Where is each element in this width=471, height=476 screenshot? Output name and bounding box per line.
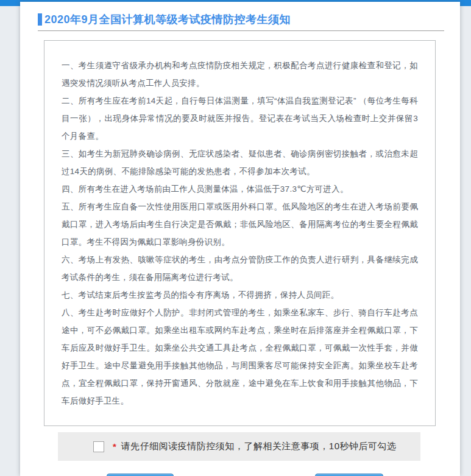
consent-label: 请先仔细阅读疫情防控须知，了解相关注意事项，10秒钟后可勾选 — [121, 441, 397, 452]
consent-checkbox[interactable] — [93, 441, 104, 452]
notice-paragraph: 一、考生须遵守省级承办机构和考点疫情防疫相关规定，积极配合考点进行健康检查和登记… — [62, 57, 418, 92]
notice-paragraph: 六、考场上有发热、咳嗽等症状的考生，由考点分管防疫工作的负责人进行研判，具备继续… — [62, 251, 418, 286]
notice-box: 一、考生须遵守省级承办机构和考点疫情防疫相关规定，积极配合考点进行健康检查和登记… — [44, 40, 436, 426]
notice-paragraph: 三、如考生为新冠肺炎确诊病例、无症状感染者、疑似患者、确诊病例密切接触者，或治愈… — [62, 145, 418, 180]
main-card: 2020年9月全国计算机等级考试疫情防控考生须知 一、考生须遵守省级承办机构和考… — [20, 2, 460, 476]
notice-paragraph: 二、所有考生应在考前14天起，自行每日体温测量，填写“体温自我监测登记表” （每… — [62, 92, 418, 145]
title-divider — [38, 30, 444, 31]
notice-paragraph: 五、所有考生应自备一次性使用医用口罩或医用外科口罩。低风险地区的考生在进入考场前… — [62, 198, 418, 251]
title-accent-block — [38, 13, 42, 26]
accept-button[interactable]: 请勾选接受 — [315, 474, 383, 476]
disagree-button[interactable]: 不同意 — [107, 474, 174, 476]
notice-paragraph: 八、考生赴考时应做好个人防护。非封闭式管理的考生，如乘坐私家车、步行、骑自行车赴… — [62, 304, 418, 410]
page-title: 2020年9月全国计算机等级考试疫情防控考生须知 — [44, 12, 291, 27]
notice-paragraph: 七、考试结束后考生按监考员的指令有序离场，不得拥挤，保持人员间距。 — [62, 286, 418, 304]
required-asterisk: * — [113, 441, 116, 452]
action-buttons-row: 不同意 请勾选接受 — [107, 474, 460, 476]
notice-paragraph: 四、所有考生在进入考场前由工作人员测量体温，体温低于37.3℃方可进入。 — [62, 180, 418, 198]
consent-bar: * 请先仔细阅读疫情防控须知，了解相关注意事项，10秒钟后可勾选 — [58, 432, 420, 461]
page-title-row: 2020年9月全国计算机等级考试疫情防控考生须知 — [38, 12, 444, 27]
